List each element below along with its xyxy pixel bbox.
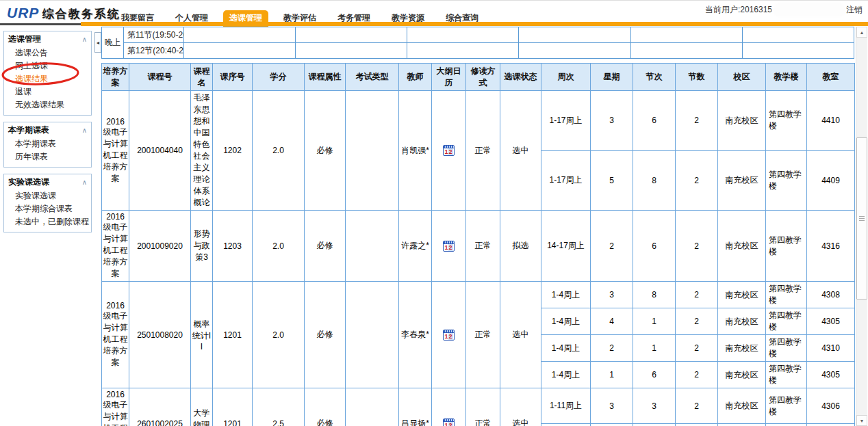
sidebar-item[interactable]: 历年课表 bbox=[4, 150, 91, 163]
cell-building: 第四教学楼 bbox=[766, 388, 807, 424]
chevron-up-icon[interactable]: ∧ bbox=[82, 127, 87, 134]
cell-period: 6 bbox=[633, 91, 676, 151]
cell-period: 1 bbox=[633, 308, 676, 335]
cell-seq-no: 1202 bbox=[213, 91, 253, 211]
cell-period-count: 2 bbox=[676, 150, 718, 211]
calendar-icon-digits: 12 bbox=[444, 333, 454, 340]
calendar-icon[interactable]: 12 bbox=[443, 330, 455, 341]
cell-weeks: 1-4周上 bbox=[541, 282, 591, 308]
column-header: 星期 bbox=[591, 64, 633, 91]
sidebar-item[interactable]: 本学期课表 bbox=[4, 137, 91, 150]
cell-course-no: 2001004040 bbox=[129, 91, 191, 211]
cell-plan: 2016级电子与计算机工程培养方案 bbox=[102, 211, 129, 282]
cell-plan: 2016级电子与计算机工程培养方案 bbox=[102, 91, 129, 211]
cell-status: 拟选 bbox=[500, 211, 541, 282]
cell-status: 选中 bbox=[500, 91, 541, 211]
cell-weekday: 4 bbox=[591, 308, 633, 335]
calendar-icon[interactable]: 12 bbox=[443, 418, 455, 426]
cell-weeks: 1-4周上 bbox=[541, 308, 591, 335]
cell-period: 6 bbox=[633, 211, 676, 282]
cell-seq-no: 1203 bbox=[213, 211, 253, 282]
cell-weekday: 1 bbox=[591, 424, 633, 426]
cell-building: 第四教学楼 bbox=[766, 150, 807, 211]
calendar-icon[interactable]: 12 bbox=[443, 241, 455, 252]
cell-study-mode: 正常 bbox=[466, 388, 500, 426]
down-arrow-icon: ▼ bbox=[860, 418, 865, 423]
cell-credits: 2.0 bbox=[253, 91, 305, 211]
sidebar-item[interactable]: 本学期综合课表 bbox=[4, 202, 91, 215]
cell-weekday: 2 bbox=[591, 211, 633, 282]
cell-weekday: 5 bbox=[591, 150, 633, 211]
cell-period-count: 2 bbox=[676, 91, 718, 151]
column-header: 课程号 bbox=[129, 64, 191, 91]
timetable-empty-cell bbox=[407, 27, 519, 43]
calendar-icon[interactable]: 12 bbox=[443, 145, 455, 156]
sidebar-section-title: 本学期课表 bbox=[8, 124, 49, 136]
scroll-down-button[interactable]: ▼ bbox=[856, 415, 867, 426]
timetable-row: 第12节(20:40-21:25) bbox=[102, 43, 854, 59]
sidebar-item[interactable]: 退课 bbox=[4, 85, 91, 98]
timetable-period-group: 晚上 bbox=[102, 27, 124, 59]
cell-building: 第四教学楼 bbox=[766, 91, 807, 151]
sidebar-panel: 本学期课表∧本学期课表历年课表 bbox=[3, 122, 92, 168]
cell-exam-type bbox=[346, 91, 399, 211]
chevron-up-icon[interactable]: ∧ bbox=[82, 36, 87, 43]
table-row: 2016级电子与计算机工程培养方案2601002025大学物理(I-2)1201… bbox=[102, 388, 855, 424]
sidebar-item[interactable]: 网上选课 bbox=[4, 59, 91, 72]
cell-period-count: 2 bbox=[676, 362, 718, 388]
app-logo: URP 综合教务系统 bbox=[7, 5, 120, 22]
table-row: 2016级电子与计算机工程培养方案2001004040毛泽东思想和中国特色社会主… bbox=[102, 91, 855, 151]
cell-attribute: 必修 bbox=[305, 211, 346, 282]
cell-room: 4409 bbox=[807, 150, 855, 211]
timetable-empty-cell bbox=[296, 43, 407, 59]
cell-weekday: 2 bbox=[591, 335, 633, 362]
cell-attribute: 必修 bbox=[305, 91, 346, 211]
sidebar-item[interactable]: 实验课选课 bbox=[4, 189, 91, 202]
cell-period-count: 2 bbox=[676, 335, 718, 362]
cell-room: 4306 bbox=[807, 424, 855, 426]
sidebar-collapse-handle[interactable]: ◄ bbox=[94, 32, 101, 53]
cell-building: 第四教学楼 bbox=[766, 282, 807, 308]
cell-weeks: 1-11周上 bbox=[541, 388, 591, 424]
timetable-empty-cell bbox=[407, 43, 519, 59]
cell-room: 4410 bbox=[807, 91, 855, 151]
cell-weekday: 3 bbox=[591, 91, 633, 151]
cell-course-name: 形势与政策3 bbox=[191, 211, 213, 282]
column-header: 节数 bbox=[676, 64, 718, 91]
cell-period-count: 2 bbox=[676, 424, 718, 426]
sidebar-item[interactable]: 选课结果 bbox=[4, 72, 91, 85]
timetable-empty-cell bbox=[519, 43, 630, 59]
vertical-scrollbar[interactable]: ▲ ▼ bbox=[856, 27, 867, 426]
cell-weekday: 1 bbox=[591, 362, 633, 388]
cell-calendar: 12 bbox=[432, 282, 466, 388]
timetable-empty-cell bbox=[742, 43, 854, 59]
logout-link[interactable]: 注销 bbox=[846, 4, 863, 16]
cell-building: 第四教学楼 bbox=[766, 335, 807, 362]
column-header: 教师 bbox=[399, 64, 432, 91]
cell-campus: 南充校区 bbox=[718, 211, 766, 282]
cell-calendar: 12 bbox=[432, 91, 466, 211]
cell-room: 4316 bbox=[807, 211, 855, 282]
course-results-table: 培养方案课程号课程名课序号学分课程属性考试类型教师大纲日历修读方式选课状态周次星… bbox=[101, 63, 855, 426]
collapse-arrow-icon: ◄ bbox=[96, 40, 101, 45]
timetable-row: 晚上 第11节(19:50-20:35) bbox=[102, 27, 854, 43]
timetable-slot-label: 第11节(19:50-20:35) bbox=[124, 27, 184, 43]
cell-campus: 南充校区 bbox=[718, 388, 766, 424]
cell-course-no: 2001009020 bbox=[129, 211, 191, 282]
sidebar-item[interactable]: 无效选课结果 bbox=[4, 98, 91, 111]
cell-building: 第四教学楼 bbox=[766, 211, 807, 282]
sidebar-item[interactable]: 未选中，已删除课程 bbox=[4, 215, 91, 228]
timetable-empty-cell bbox=[184, 27, 296, 43]
cell-weeks: 1-11周上 bbox=[541, 424, 591, 426]
cell-weeks: 14-17周上 bbox=[541, 211, 591, 282]
sidebar-item[interactable]: 选课公告 bbox=[4, 46, 91, 59]
table-row: 2016级电子与计算机工程培养方案2001009020形势与政策312032.0… bbox=[102, 211, 855, 282]
scroll-up-button[interactable]: ▲ bbox=[856, 27, 867, 38]
sidebar-section-header: 选课管理∧ bbox=[4, 31, 91, 46]
scrollbar-thumb[interactable] bbox=[856, 137, 867, 299]
cell-seq-no: 1201 bbox=[213, 388, 253, 426]
header-divider bbox=[0, 23, 81, 25]
chevron-up-icon[interactable]: ∧ bbox=[82, 179, 87, 186]
column-header: 培养方案 bbox=[102, 64, 129, 91]
logo-urp: URP bbox=[7, 5, 39, 21]
